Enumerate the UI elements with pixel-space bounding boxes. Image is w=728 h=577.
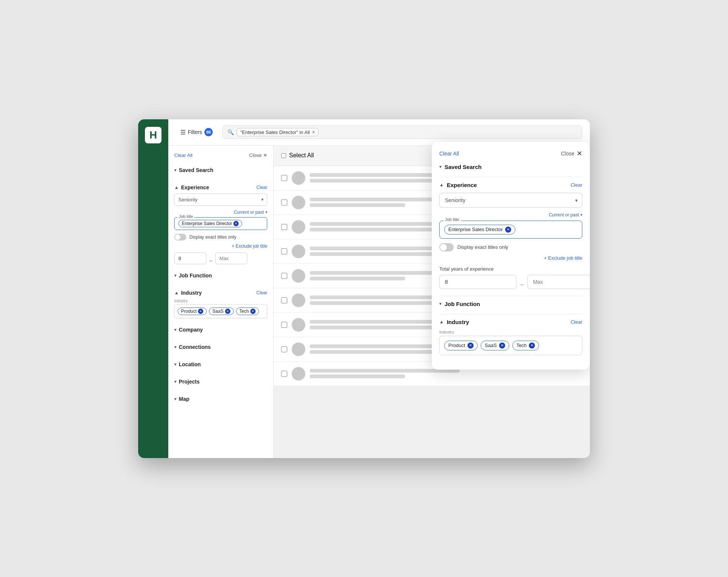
connections-section: ▾ Connections — [174, 341, 267, 353]
job-function-chevron: ▾ — [174, 273, 177, 278]
row-checkbox[interactable] — [281, 199, 287, 206]
overlay-experience-chevron: ▲ — [439, 182, 444, 187]
saved-search-header[interactable]: ▾ Saved Search — [174, 164, 267, 176]
row-checkbox[interactable] — [281, 346, 287, 352]
row-checkbox[interactable] — [281, 371, 287, 377]
job-title-field[interactable]: Job title Enterprise Sales Director ✕ — [174, 217, 267, 230]
exp-max-input[interactable] — [215, 253, 247, 264]
industry-tag-saas[interactable]: SaaS ✕ — [209, 308, 233, 315]
overlay-exclude-job-title[interactable]: + Exclude job title — [439, 255, 582, 261]
overlay-job-title-chip-close[interactable]: ✕ — [505, 227, 511, 233]
left-filter-panel: Clear All Close ✕ ▾ Saved Search — [168, 146, 274, 458]
overlay-job-function-header[interactable]: ▾ Job Function — [439, 301, 582, 307]
overlay-saved-search-title: Saved Search — [445, 164, 582, 170]
company-header[interactable]: ▾ Company — [174, 324, 267, 336]
industry-tag-tech[interactable]: Tech ✕ — [236, 308, 259, 315]
experience-header[interactable]: ▲ Experience Clear — [174, 181, 267, 193]
overlay-job-function-chevron: ▾ — [439, 301, 442, 306]
overlay-industry-clear[interactable]: Clear — [571, 319, 582, 325]
row-checkbox[interactable] — [281, 322, 287, 328]
overlay-close-icon[interactable]: ✕ — [577, 149, 582, 158]
overlay-experience-clear[interactable]: Clear — [571, 182, 582, 188]
current-past-link[interactable]: Current or past — [234, 210, 264, 215]
search-query-tag[interactable]: "Enterprise Sales Director" in All × — [237, 128, 318, 136]
connections-chevron: ▾ — [174, 344, 177, 350]
search-clear-icon[interactable]: × — [312, 129, 315, 135]
seniority-select[interactable]: Seniority — [174, 193, 267, 206]
filter-icon: ☰ — [180, 129, 186, 136]
connections-label: Connections — [179, 344, 267, 350]
row-checkbox[interactable] — [281, 224, 287, 230]
select-all-checkbox[interactable] — [281, 153, 286, 158]
select-all-label: Select All — [289, 152, 314, 159]
current-past-dropdown-icon: ▾ — [265, 210, 267, 214]
experience-chevron: ▲ — [174, 185, 179, 190]
exclude-job-title-link[interactable]: + Exclude job title — [174, 244, 267, 249]
overlay-clear-all[interactable]: Clear All — [439, 151, 459, 157]
overlay-industry-tag-product[interactable]: Product ✕ — [444, 341, 478, 350]
overlay-industry-tag-tech[interactable]: Tech ✕ — [512, 341, 539, 350]
overlay-experience-header[interactable]: ▲ Experience Clear — [439, 182, 582, 188]
overlay-filter-panel: Clear All Close ✕ ▾ Saved Search ▲ Exper… — [432, 142, 590, 370]
connections-header[interactable]: ▾ Connections — [174, 341, 267, 353]
overlay-display-exact-row: Display exact titles only — [439, 243, 582, 251]
overlay-seniority-wrapper: Seniority ▾ — [439, 193, 582, 208]
company-label: Company — [179, 327, 267, 333]
industry-header[interactable]: ▲ Industry Clear — [174, 287, 267, 299]
overlay-exp-min-input[interactable] — [439, 275, 516, 289]
map-chevron: ▾ — [174, 396, 177, 402]
experience-section: ▲ Experience Clear Seniority ▾ Current o… — [174, 181, 267, 264]
map-label: Map — [179, 396, 267, 402]
industry-tag-product-text: Product — [181, 309, 196, 314]
overlay-toggle-knob — [440, 244, 447, 251]
overlay-header: Clear All Close ✕ — [439, 149, 582, 158]
industry-tag-tech-close[interactable]: ✕ — [250, 309, 256, 314]
avatar — [292, 196, 305, 209]
display-exact-toggle[interactable] — [174, 234, 186, 241]
industry-tag-saas-close[interactable]: ✕ — [225, 309, 230, 314]
job-title-chip[interactable]: Enterprise Sales Director ✕ — [178, 220, 242, 227]
overlay-saved-search-header[interactable]: ▾ Saved Search — [439, 164, 582, 170]
overlay-industry-tag-saas-close[interactable]: ✕ — [499, 343, 505, 349]
overlay-industry-title: Industry — [447, 319, 568, 325]
overlay-industry-tag-saas[interactable]: SaaS ✕ — [481, 341, 509, 350]
overlay-close-button[interactable]: Close ✕ — [561, 149, 582, 158]
clear-all-link[interactable]: Clear All — [174, 152, 192, 158]
job-function-header[interactable]: ▾ Job Function — [174, 269, 267, 282]
projects-header[interactable]: ▾ Projects — [174, 376, 267, 388]
overlay-current-past-link[interactable]: Current or past — [549, 212, 579, 218]
experience-clear[interactable]: Clear — [256, 185, 267, 190]
job-title-chip-close[interactable]: ✕ — [233, 221, 239, 226]
overlay-industry-tag-tech-close[interactable]: ✕ — [529, 343, 535, 349]
overlay-industry-tag-product-close[interactable]: ✕ — [468, 343, 474, 349]
overlay-job-title-field[interactable]: Job title Enterprise Sales Director ✕ — [439, 221, 582, 239]
row-checkbox[interactable] — [281, 248, 287, 254]
row-checkbox[interactable] — [281, 273, 287, 279]
row-checkbox[interactable] — [281, 175, 287, 181]
job-function-section: ▾ Job Function — [174, 269, 267, 282]
company-section: ▾ Company — [174, 324, 267, 336]
overlay-current-past-dropdown-icon: ▾ — [580, 213, 582, 217]
result-line — [310, 203, 405, 207]
industry-clear[interactable]: Clear — [256, 290, 267, 295]
toggle-knob — [175, 234, 180, 240]
location-header[interactable]: ▾ Location — [174, 358, 267, 370]
overlay-industry-header[interactable]: ▲ Industry Clear — [439, 319, 582, 325]
overlay-job-title-chip[interactable]: Enterprise Sales Director ✕ — [444, 225, 515, 234]
avatar — [292, 245, 305, 258]
map-header[interactable]: ▾ Map — [174, 393, 267, 405]
row-checkbox[interactable] — [281, 297, 287, 303]
display-exact-row: Display exact titles only — [174, 234, 267, 241]
filters-button[interactable]: ☰ Filters 88 — [176, 126, 217, 139]
overlay-exp-range: _ — [439, 275, 582, 289]
industry-tag-product-close[interactable]: ✕ — [198, 309, 203, 314]
overlay-display-exact-toggle[interactable] — [439, 243, 454, 251]
overlay-industry-tags-container: Product ✕ SaaS ✕ Tech ✕ — [439, 336, 582, 355]
close-button[interactable]: Close ✕ — [249, 152, 267, 158]
overlay-seniority-select[interactable]: Seniority — [439, 193, 582, 208]
overlay-exp-max-input[interactable] — [527, 275, 590, 289]
avatar — [292, 294, 305, 307]
industry-tag-product[interactable]: Product ✕ — [178, 308, 207, 315]
exp-min-input[interactable] — [174, 253, 206, 264]
select-all-row: Select All — [281, 152, 314, 159]
